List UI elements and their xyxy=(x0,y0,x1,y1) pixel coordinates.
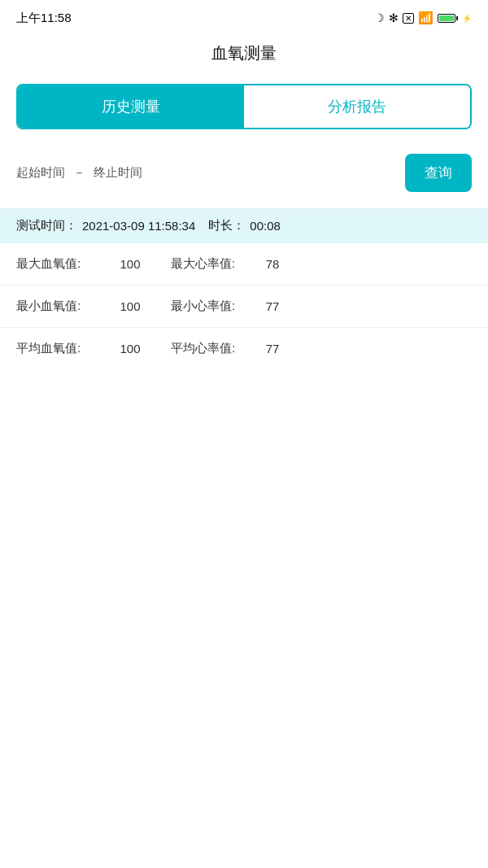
tab-bar: 历史测量 分析报告 xyxy=(16,84,472,129)
max-spo2-label: 最大血氧值: xyxy=(16,256,98,272)
duration-label: 时长： xyxy=(208,218,245,233)
tab-analysis[interactable]: 分析报告 xyxy=(244,85,470,128)
bolt-icon: ⚡ xyxy=(462,14,472,23)
filter-row: 起始时间 － 终止时间 查询 xyxy=(0,146,488,200)
data-header-row: 测试时间： 2021-03-09 11:58:34 时长： 00:08 xyxy=(0,208,488,243)
max-hr-label: 最大心率值: xyxy=(171,256,252,272)
test-time-value: 2021-03-09 11:58:34 xyxy=(82,219,195,233)
data-row-avg: 平均血氧值: 100 平均心率值: 77 xyxy=(0,328,488,369)
battery-icon xyxy=(438,14,458,23)
query-button[interactable]: 查询 xyxy=(405,154,472,192)
page-title: 血氧测量 xyxy=(211,44,277,62)
sim-icon: ✕ xyxy=(403,13,414,24)
min-spo2-value: 100 xyxy=(98,299,163,313)
data-section: 测试时间： 2021-03-09 11:58:34 时长： 00:08 最大血氧… xyxy=(0,208,488,369)
phone-container: 上午11:58 ☽ ✻ ✕ 📶 ⚡ 血氧测量 历史测量 xyxy=(0,0,488,868)
filter-dash: － xyxy=(73,165,85,181)
bluetooth-icon: ✻ xyxy=(389,11,399,24)
min-hr-label: 最小心率值: xyxy=(171,299,252,314)
page-header: 血氧测量 xyxy=(0,33,488,77)
wifi-icon: 📶 xyxy=(418,11,434,25)
tab-history[interactable]: 历史测量 xyxy=(18,85,244,128)
duration-value: 00:08 xyxy=(250,219,281,233)
data-row-max: 最大血氧值: 100 最大心率值: 78 xyxy=(0,243,488,286)
min-hr-value: 77 xyxy=(252,299,293,313)
start-time-label: 起始时间 xyxy=(16,165,65,181)
max-spo2-value: 100 xyxy=(98,257,163,271)
moon-icon: ☽ xyxy=(374,11,385,24)
avg-spo2-value: 100 xyxy=(98,342,163,355)
test-time-label: 测试时间： xyxy=(16,218,77,233)
min-spo2-label: 最小血氧值: xyxy=(16,299,98,314)
status-icons: ☽ ✻ ✕ 📶 ⚡ xyxy=(374,11,472,25)
avg-hr-label: 平均心率值: xyxy=(171,341,252,356)
max-hr-value: 78 xyxy=(252,257,293,271)
avg-hr-value: 77 xyxy=(252,342,293,355)
status-bar: 上午11:58 ☽ ✻ ✕ 📶 ⚡ xyxy=(0,0,488,33)
data-row-min: 最小血氧值: 100 最小心率值: 77 xyxy=(0,286,488,328)
avg-spo2-label: 平均血氧值: xyxy=(16,341,98,356)
end-time-label: 终止时间 xyxy=(94,165,142,181)
status-time: 上午11:58 xyxy=(16,11,72,26)
